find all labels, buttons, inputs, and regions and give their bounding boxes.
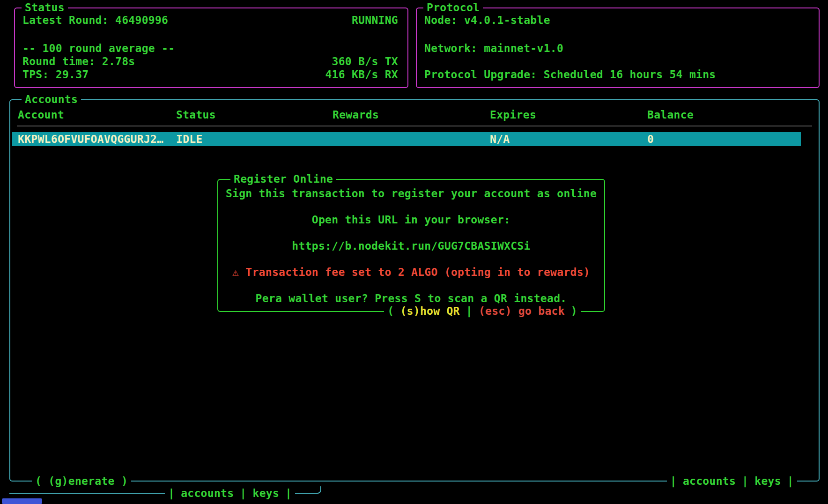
status-panel-title: Status — [22, 1, 68, 14]
protocol-upgrade-text: Protocol Upgrade: Scheduled 16 hours 54 … — [424, 68, 716, 81]
rx-rate-text: 416 KB/s RX — [325, 68, 398, 81]
protocol-row-network: Network: mainnet-v1.0 — [424, 42, 809, 55]
status-row-avg: -- 100 round average -- — [22, 42, 398, 55]
account-expires-cell: N/A — [490, 132, 510, 146]
go-back-button[interactable]: (esc) go back — [479, 305, 565, 318]
status-row-tps: TPS: 29.37 416 KB/s RX — [22, 68, 398, 81]
protocol-row-node: Node: v4.0.1-stable — [424, 14, 809, 27]
modal-footer-actions: ( (s)how QR | (esc) go back ) — [384, 305, 581, 318]
round-average-header: -- 100 round average -- — [22, 42, 175, 55]
protocol-panel-title: Protocol — [423, 1, 483, 14]
status-row-latest: Latest Round: 46490996 RUNNING — [22, 14, 398, 27]
register-online-title: Register Online — [230, 173, 336, 185]
tx-rate-text: 360 B/s TX — [332, 55, 398, 68]
generate-button[interactable]: ( (g)enerate ) — [32, 475, 131, 488]
round-time-text: Round time: 2.78s — [22, 55, 135, 68]
accounts-panel-title: Accounts — [22, 93, 81, 106]
status-panel: Status Latest Round: 46490996 RUNNING --… — [14, 7, 408, 88]
accounts-panel: Accounts Account Status Rewards Expires … — [9, 99, 820, 482]
account-balance-cell: 0 — [647, 132, 654, 146]
nav-separator: | — [742, 475, 748, 488]
tab-keys[interactable]: keys — [754, 475, 781, 488]
bottom-tab-keys[interactable]: keys — [253, 487, 280, 500]
footer-open-paren: ( — [387, 305, 394, 318]
fee-warning-line: ⚠ Transaction fee set to 2 ALGO (opting … — [223, 266, 599, 279]
account-row-selected[interactable]: KKPWL6OFVUFOAVQGGURJ2… IDLE N/A 0 — [12, 132, 801, 146]
node-version-text: Node: v4.0.1-stable — [424, 14, 550, 27]
footer-close-paren: ) — [571, 305, 577, 318]
nav-separator: | — [240, 487, 246, 500]
protocol-row-upgrade: Protocol Upgrade: Scheduled 16 hours 54 … — [424, 68, 809, 81]
network-text: Network: mainnet-v1.0 — [424, 42, 563, 55]
node-state-badge: RUNNING — [352, 14, 398, 27]
bottom-tab-accounts[interactable]: accounts — [181, 487, 234, 500]
fee-warning-text: Transaction fee set to 2 ALGO (opting in… — [245, 266, 590, 278]
nav-separator: | — [670, 475, 677, 488]
footer-divider: | — [466, 305, 473, 318]
panel-nav-right: | accounts | keys | — [667, 475, 797, 488]
column-header-balance: Balance — [647, 108, 694, 121]
protocol-panel: Protocol Node: v4.0.1-stable Network: ma… — [416, 7, 820, 88]
latest-round-text: Latest Round: 46490996 — [22, 14, 168, 27]
nav-separator: | — [168, 487, 175, 500]
nav-separator: | — [787, 475, 794, 488]
column-header-rewards: Rewards — [333, 108, 379, 121]
account-address-cell: KKPWL6OFVUFOAVQGGURJ2… — [18, 132, 163, 146]
column-header-status: Status — [176, 108, 216, 121]
register-online-modal: Register Online Sign this transaction to… — [217, 179, 605, 312]
column-header-expires: Expires — [490, 108, 536, 121]
warning-icon: ⚠ — [232, 266, 239, 278]
show-qr-button[interactable]: (s)how QR — [400, 305, 459, 318]
terminal-screen: Status Latest Round: 46490996 RUNNING --… — [0, 0, 828, 504]
table-header-separator — [17, 126, 812, 126]
bottom-left-artifact — [2, 498, 42, 504]
tab-accounts[interactable]: accounts — [683, 475, 736, 488]
bottom-tabbar: | accounts | keys | — [165, 487, 295, 500]
modal-url-instruction: Open this URL in your browser: — [223, 213, 599, 226]
modal-sign-instruction: Sign this transaction to register your a… — [223, 187, 599, 200]
tps-text: TPS: 29.37 — [22, 68, 89, 81]
registration-url: https://b.nodekit.run/GUG7CBASIWXCSi — [223, 239, 599, 252]
column-header-account: Account — [18, 108, 64, 121]
account-status-cell: IDLE — [176, 132, 203, 146]
status-row-roundtime: Round time: 2.78s 360 B/s TX — [22, 55, 398, 68]
pera-wallet-hint: Pera wallet user? Press S to scan a QR i… — [223, 292, 599, 305]
nav-separator: | — [285, 487, 292, 500]
